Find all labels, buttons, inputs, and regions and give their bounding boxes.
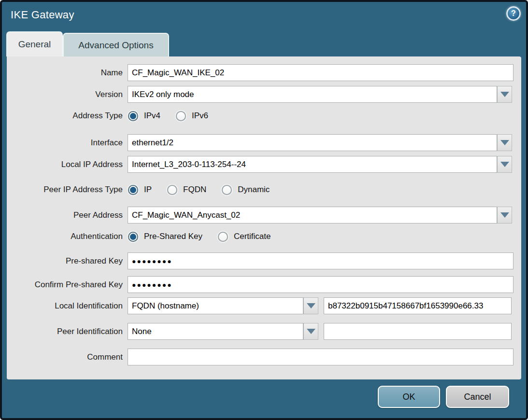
peer-ip-radio[interactable] bbox=[128, 185, 138, 195]
pre-shared-key-radio[interactable] bbox=[128, 232, 138, 242]
peer-ip-type-label: Peer IP Address Type bbox=[7, 183, 123, 196]
local-identification-dropdown-button[interactable] bbox=[303, 297, 318, 314]
address-type-radiogroup: IPv4 IPv6 bbox=[128, 109, 224, 123]
peer-dynamic-radio[interactable] bbox=[222, 185, 232, 195]
authentication-label: Authentication bbox=[7, 230, 123, 243]
pre-shared-key-input[interactable]: ●●●●●●●● bbox=[128, 252, 514, 269]
local-identification-value-input[interactable]: b87322b0915b47158667bf1653990e66.33 bbox=[324, 297, 512, 314]
authentication-radiogroup: Pre-Shared Key Certificate bbox=[128, 230, 286, 243]
name-label: Name bbox=[7, 64, 123, 81]
local-identification-type-select[interactable]: FQDN (hostname) bbox=[128, 297, 303, 314]
cancel-button[interactable]: Cancel bbox=[446, 386, 509, 408]
tab-general[interactable]: General bbox=[6, 31, 63, 56]
tab-advanced-options-label: Advanced Options bbox=[78, 40, 153, 51]
ipv6-radio[interactable] bbox=[176, 111, 186, 121]
peer-fqdn-radio[interactable] bbox=[167, 185, 177, 195]
peer-identification-label: Peer Identification bbox=[7, 323, 123, 340]
tab-advanced-options[interactable]: Advanced Options bbox=[63, 33, 169, 56]
name-row: Name CF_Magic_WAN_IKE_02 bbox=[7, 64, 521, 81]
pre-shared-key-row: Pre-shared Key ●●●●●●●● bbox=[7, 252, 521, 269]
local-identification-row: Local Identification FQDN (hostname) b87… bbox=[7, 297, 521, 314]
comment-input[interactable] bbox=[128, 349, 514, 365]
peer-address-dropdown-button[interactable] bbox=[497, 207, 512, 224]
ipv4-radio-label: IPv4 bbox=[144, 111, 160, 121]
dialog-titlebar: IKE Gateway ? bbox=[2, 2, 526, 30]
dialog-title: IKE Gateway bbox=[11, 9, 74, 21]
ok-button-label: OK bbox=[402, 392, 415, 402]
peer-identification-dropdown-button[interactable] bbox=[303, 323, 318, 340]
certificate-radio-label: Certificate bbox=[234, 232, 271, 241]
ipv4-radio[interactable] bbox=[128, 111, 138, 121]
comment-label: Comment bbox=[7, 349, 123, 365]
peer-dynamic-radio-label: Dynamic bbox=[238, 185, 270, 195]
peer-ip-radio-label: IP bbox=[144, 185, 152, 195]
version-select[interactable]: IKEv2 only mode bbox=[128, 86, 497, 103]
ike-gateway-dialog: IKE Gateway ? General Advanced Options N… bbox=[0, 0, 528, 420]
local-ip-label: Local IP Address bbox=[7, 156, 123, 173]
interface-label: Interface bbox=[7, 134, 123, 151]
help-icon[interactable]: ? bbox=[506, 6, 521, 21]
confirm-pre-shared-key-row: Confirm Pre-shared Key ●●●●●●●● bbox=[7, 276, 521, 293]
interface-select[interactable]: ethernet1/2 bbox=[128, 134, 497, 151]
local-identification-label: Local Identification bbox=[7, 297, 123, 314]
version-dropdown-button[interactable] bbox=[497, 86, 512, 103]
address-type-label: Address Type bbox=[7, 109, 123, 123]
peer-ip-type-row: Peer IP Address Type IP FQDN Dynamic bbox=[7, 183, 521, 196]
certificate-radio[interactable] bbox=[218, 232, 228, 242]
confirm-pre-shared-key-input[interactable]: ●●●●●●●● bbox=[128, 276, 514, 293]
peer-fqdn-radio-label: FQDN bbox=[183, 185, 206, 195]
peer-identification-value-input[interactable] bbox=[324, 323, 512, 340]
address-type-row: Address Type IPv4 IPv6 bbox=[7, 109, 521, 123]
peer-identification-type-select[interactable]: None bbox=[128, 323, 303, 340]
pre-shared-key-radio-label: Pre-Shared Key bbox=[144, 232, 202, 241]
comment-row: Comment bbox=[7, 349, 521, 365]
ok-button[interactable]: OK bbox=[378, 386, 440, 408]
tab-general-label: General bbox=[18, 39, 51, 50]
name-input[interactable]: CF_Magic_WAN_IKE_02 bbox=[128, 64, 514, 81]
local-ip-row: Local IP Address Internet_L3_203-0-113-2… bbox=[7, 156, 521, 173]
peer-address-label: Peer Address bbox=[7, 207, 123, 224]
interface-row: Interface ethernet1/2 bbox=[7, 134, 521, 151]
version-label: Version bbox=[7, 86, 123, 103]
local-ip-dropdown-button[interactable] bbox=[497, 156, 512, 173]
peer-ip-type-radiogroup: IP FQDN Dynamic bbox=[128, 183, 285, 196]
general-tab-panel: Name CF_Magic_WAN_IKE_02 Version IKEv2 o… bbox=[7, 56, 521, 379]
version-row: Version IKEv2 only mode bbox=[7, 86, 521, 103]
cancel-button-label: Cancel bbox=[464, 392, 491, 402]
peer-identification-row: Peer Identification None bbox=[7, 323, 521, 340]
interface-dropdown-button[interactable] bbox=[497, 134, 512, 151]
authentication-row: Authentication Pre-Shared Key Certificat… bbox=[7, 230, 521, 243]
ipv6-radio-label: IPv6 bbox=[192, 111, 208, 121]
local-ip-select[interactable]: Internet_L3_203-0-113-254--24 bbox=[128, 156, 497, 173]
confirm-pre-shared-key-label: Confirm Pre-shared Key bbox=[7, 276, 123, 293]
peer-address-select[interactable]: CF_Magic_WAN_Anycast_02 bbox=[128, 207, 497, 224]
pre-shared-key-label: Pre-shared Key bbox=[7, 252, 123, 269]
peer-address-row: Peer Address CF_Magic_WAN_Anycast_02 bbox=[7, 207, 521, 224]
